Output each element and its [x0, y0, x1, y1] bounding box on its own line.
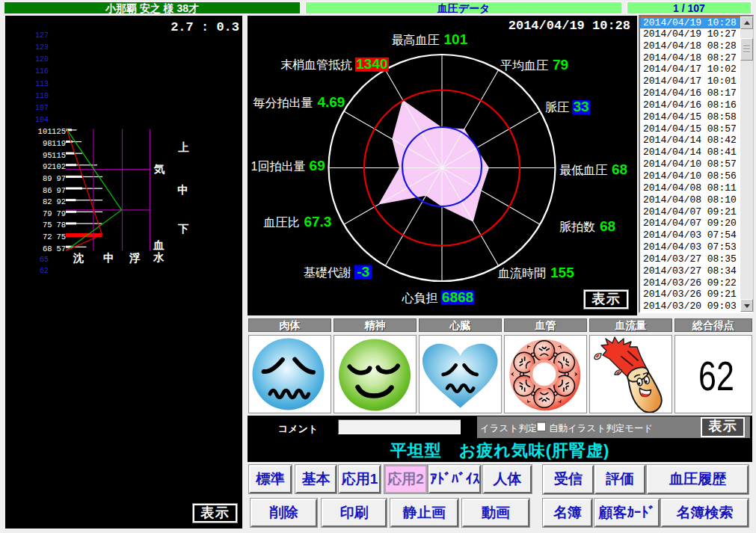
svg-text:浮: 浮 — [129, 252, 141, 264]
svg-text:120: 120 — [35, 55, 49, 64]
svg-text:62: 62 — [40, 267, 49, 275]
svg-text:86: 86 — [43, 186, 52, 195]
svg-text:98: 98 — [43, 139, 52, 148]
svg-text:119: 119 — [52, 139, 66, 148]
svg-text:125: 125 — [52, 127, 66, 136]
svg-text:116: 116 — [35, 67, 49, 76]
svg-text:1340: 1340 — [356, 56, 387, 72]
svg-text:最低血圧: 最低血圧 — [559, 164, 607, 176]
svg-text:心負担: 心負担 — [402, 292, 438, 304]
svg-text:69: 69 — [310, 158, 325, 173]
svg-text:101: 101 — [444, 31, 468, 47]
svg-text:毎分拍出量: 毎分拍出量 — [253, 96, 313, 109]
svg-text:82: 82 — [43, 197, 52, 206]
svg-text:67.3: 67.3 — [304, 214, 331, 229]
svg-text:-3: -3 — [357, 264, 369, 280]
svg-text:沈: 沈 — [73, 252, 84, 264]
svg-text:脈拍数: 脈拍数 — [559, 221, 595, 233]
svg-text:平均血圧: 平均血圧 — [500, 59, 548, 72]
svg-text:2.7 : 0.3: 2.7 : 0.3 — [170, 20, 239, 34]
svg-text:79: 79 — [56, 209, 66, 218]
svg-text:97: 97 — [56, 174, 66, 183]
svg-text:155: 155 — [550, 265, 574, 280]
svg-text:72: 72 — [43, 232, 52, 241]
svg-text:123: 123 — [35, 43, 49, 52]
svg-text:水: 水 — [153, 251, 165, 263]
svg-text:102: 102 — [52, 162, 66, 171]
svg-text:1回拍出量: 1回拍出量 — [251, 160, 306, 173]
svg-text:79: 79 — [553, 57, 568, 73]
svg-text:33: 33 — [573, 99, 588, 114]
svg-text:最高血圧: 最高血圧 — [392, 34, 440, 46]
svg-text:68: 68 — [600, 218, 615, 234]
svg-text:脈圧: 脈圧 — [545, 101, 569, 114]
svg-text:4.69: 4.69 — [317, 94, 345, 110]
svg-text:上: 上 — [178, 141, 189, 153]
svg-text:104: 104 — [35, 116, 49, 124]
svg-text:68: 68 — [43, 244, 52, 253]
svg-text:115: 115 — [52, 151, 66, 160]
svg-text:110: 110 — [35, 92, 49, 100]
svg-text:68: 68 — [612, 161, 627, 177]
svg-text:113: 113 — [35, 80, 49, 88]
svg-text:75: 75 — [43, 221, 52, 229]
svg-text:57: 57 — [56, 244, 66, 253]
svg-text:気: 気 — [153, 163, 165, 175]
svg-text:127: 127 — [35, 31, 49, 40]
svg-text:下: 下 — [177, 223, 189, 235]
svg-text:末梢血管抵抗: 末梢血管抵抗 — [280, 58, 352, 71]
svg-text:95: 95 — [43, 151, 52, 160]
svg-text:79: 79 — [43, 209, 52, 218]
svg-text:中: 中 — [177, 184, 188, 196]
svg-text:65: 65 — [40, 256, 49, 264]
svg-text:基礎代謝: 基礎代謝 — [304, 266, 351, 279]
svg-text:92: 92 — [56, 197, 66, 206]
svg-text:血流時間: 血流時間 — [498, 267, 546, 280]
svg-text:92: 92 — [43, 162, 52, 171]
svg-text:6868: 6868 — [442, 289, 473, 305]
svg-text:101: 101 — [38, 127, 52, 136]
svg-text:78: 78 — [56, 221, 66, 229]
svg-text:中: 中 — [103, 252, 114, 264]
svg-text:血: 血 — [153, 239, 165, 251]
svg-text:89: 89 — [43, 174, 52, 183]
svg-text:75: 75 — [56, 232, 66, 241]
svg-text:2014/04/19 10:28: 2014/04/19 10:28 — [508, 19, 630, 33]
svg-text:血圧比: 血圧比 — [263, 216, 299, 229]
svg-text:107: 107 — [35, 104, 49, 112]
svg-text:97: 97 — [56, 186, 66, 195]
